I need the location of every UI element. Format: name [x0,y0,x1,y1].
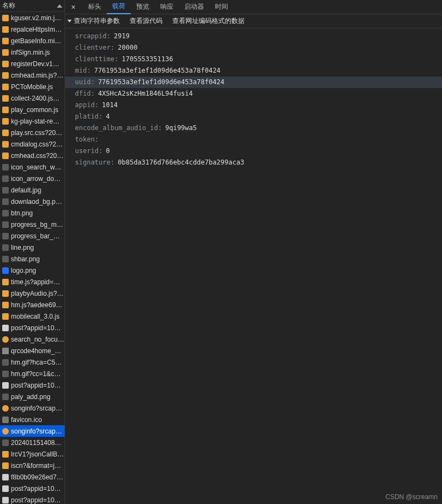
tab-1[interactable]: 载荷 [107,0,131,14]
payload-value: 1014 [102,101,118,110]
close-icon[interactable]: × [67,1,79,13]
request-row[interactable]: post?appid=10… [0,494,65,504]
detail-tabs: × 标头载荷预览响应启动器时间 [65,0,442,14]
tab-4[interactable]: 启动器 [179,0,210,14]
request-name: post?appid=10… [11,382,61,389]
img-icon [2,359,9,366]
request-row[interactable]: hm.js?aedee698… [0,299,65,310]
request-name: progress_bar_m… [11,232,65,240]
request-row[interactable]: kg-play-stat-re… [0,115,65,127]
payload-key: uuid: [75,78,95,87]
payload-row[interactable]: clienttime:1705553351136 [65,54,442,65]
img-icon [2,210,9,216]
payload-row[interactable]: clientver:20000 [65,42,442,54]
request-row[interactable]: infSign.min.js [0,46,65,58]
request-row[interactable]: btn.png [0,207,65,219]
request-name: lrcV1?jsonCallB… [11,450,64,458]
request-row[interactable]: time.js?appid=… [0,276,65,288]
request-row[interactable]: play.src.css?201… [0,127,65,138]
request-row[interactable]: icon_arrow_do… [0,173,65,184]
request-name: post?appid=10… [11,496,61,504]
requests-header[interactable]: 名称 [0,0,65,12]
request-name: songinfo?srcap… [11,405,62,412]
request-row[interactable]: songinfo?srcap… [0,402,65,414]
payload-row[interactable]: encode_album_audio_id:9qi99wa5 [65,122,442,134]
payload-value: 1705553351136 [121,55,173,64]
tab-5[interactable]: 时间 [210,0,234,14]
request-row[interactable]: mobilecall_3.0.js [0,310,65,322]
request-row[interactable]: f8b0b09e26ed7… [0,471,65,483]
payload-row[interactable]: dfid:4XSHcA2sKzHm1846L94fusi4 [65,88,442,99]
request-name: kguser.v2.min.j… [11,14,61,22]
request-row[interactable]: shbar.png [0,253,65,265]
request-row[interactable]: post?appid=10… [0,379,65,391]
request-row[interactable]: progress_bar_m… [0,230,65,242]
request-row[interactable]: favicon.ico [0,414,65,425]
js-icon [2,38,9,44]
payload-row[interactable]: platid:4 [65,111,442,122]
request-row[interactable]: icon_search_wh… [0,161,65,173]
request-row[interactable]: iscn?&format=j… [0,460,65,471]
view-source-link[interactable]: 查看源代码 [130,16,162,26]
view-url-encoded-link[interactable]: 查看网址编码格式的数据 [172,16,245,26]
request-row[interactable]: repalceHttpsIm… [0,24,65,35]
payload-row[interactable]: uuid:7761953a3ef1ef1d09d6e453a78f0424 [65,77,442,88]
query-string-params-toggle[interactable]: 查询字符串参数 [67,16,120,26]
request-row[interactable]: post?appid=10… [0,322,65,333]
js-icon [2,279,9,285]
doc-icon [2,382,9,389]
request-row[interactable]: cmdialog.css?2… [0,138,65,150]
tab-2[interactable]: 预览 [131,0,155,14]
js-icon [2,84,9,90]
request-row[interactable]: collect-2400.js… [0,92,65,104]
request-row[interactable]: playbyAudio.js?… [0,288,65,299]
request-row[interactable]: songinfo?srcap… [0,425,65,437]
request-row[interactable]: hm.gif?hca=C5… [0,356,65,368]
request-name: cmhead.css?20… [11,152,63,160]
js-icon [2,462,9,469]
sort-caret-icon[interactable] [57,4,62,8]
tab-3[interactable]: 响应 [155,0,179,14]
request-row[interactable]: getBaseInfo.mi… [0,35,65,46]
request-name: PCToMoblie.js [11,83,53,91]
request-row[interactable]: cmhead.css?20… [0,150,65,161]
tab-0[interactable]: 标头 [83,0,107,14]
request-row[interactable]: logo.png [0,265,65,276]
xhr-icon [2,405,9,412]
js-icon [2,95,9,102]
xhr-icon [2,336,9,343]
request-row[interactable]: line.png [0,242,65,253]
js-icon [2,49,9,56]
payload-row[interactable]: appid:1014 [65,99,442,111]
payload-key: userid: [75,146,103,156]
request-name: registerDev.v1… [11,60,59,68]
request-name: iscn?&format=j… [11,462,61,470]
payload-row[interactable]: mid:7761953a3ef1ef1d09d6e453a78f0424 [65,65,442,77]
request-row[interactable]: downlaod_bg.p… [0,196,65,207]
request-row[interactable]: default.jpg [0,184,65,196]
request-name: play_common.js [11,106,59,114]
payload-value: 7761953a3ef1ef1d09d6e453a78f0424 [94,66,220,75]
request-name: time.js?appid=… [11,278,60,286]
request-row[interactable]: progress_bg_mi… [0,219,65,230]
name-column-label: 名称 [2,1,15,10]
request-row[interactable]: play_common.js [0,104,65,115]
request-row[interactable]: search_no_focu… [0,333,65,345]
payload-row[interactable]: userid:0 [65,145,442,157]
request-row[interactable]: qrcode4home_… [0,345,65,356]
request-row[interactable]: 2024011514080… [0,437,65,448]
payload-row[interactable]: signature:0b85da3176d766ebc4cdde7ba299ac… [65,157,442,168]
payload-row[interactable]: srcappid:2919 [65,31,442,42]
request-row[interactable]: paly_add.png [0,391,65,402]
request-row[interactable]: cmhead.min.js?… [0,69,65,81]
payload-row[interactable]: token: [65,134,442,145]
request-row[interactable]: hm.gif?cc=1&c… [0,368,65,379]
request-row[interactable]: kguser.v2.min.j… [0,12,65,24]
js-icon [2,451,9,458]
request-row[interactable]: registerDev.v1… [0,58,65,69]
request-name: search_no_focu… [11,336,64,343]
request-row[interactable]: PCToMoblie.js [0,81,65,92]
png-icon [2,439,9,446]
request-row[interactable]: post?appid=10… [0,483,65,494]
request-row[interactable]: lrcV1?jsonCallB… [0,448,65,460]
